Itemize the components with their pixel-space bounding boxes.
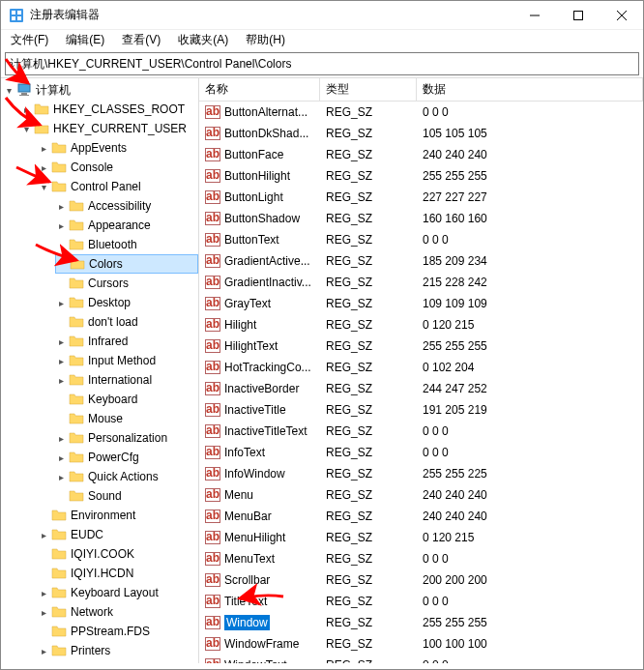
chevron-right-icon[interactable]: ▸ <box>55 335 67 347</box>
col-type[interactable]: 类型 <box>320 78 417 101</box>
tree-item[interactable]: ▸Printers <box>38 641 198 660</box>
tree-item[interactable]: Environment <box>38 506 198 525</box>
value-row[interactable]: abMenuHilightREG_SZ0 120 215 <box>199 527 643 548</box>
value-row[interactable]: abMenuREG_SZ240 240 240 <box>199 484 643 506</box>
chevron-down-icon[interactable]: ▾ <box>20 123 32 134</box>
tree-item[interactable]: Bluetooth <box>55 235 198 254</box>
value-row[interactable]: abButtonShadowREG_SZ160 160 160 <box>199 208 643 229</box>
value-row[interactable]: abButtonTextREG_SZ0 0 0 <box>199 229 643 250</box>
tree-item-label: Cursors <box>88 277 129 290</box>
tree-item[interactable]: ▾HKEY_CURRENT_USER <box>20 119 198 138</box>
chevron-down-icon[interactable]: ▾ <box>3 84 15 96</box>
chevron-right-icon[interactable]: ▸ <box>38 587 49 598</box>
value-data: 240 240 240 <box>417 510 643 523</box>
col-name[interactable]: 名称 <box>199 78 320 101</box>
chevron-down-icon[interactable]: ▾ <box>38 181 49 192</box>
value-list-pane[interactable]: 名称 类型 数据 abButtonAlternat...REG_SZ0 0 0a… <box>199 78 643 663</box>
tree-item[interactable]: ▸International <box>55 370 198 390</box>
tree-item[interactable]: IQIYI.HCDN <box>38 564 198 583</box>
tree-item-label: HKEY_CURRENT_USER <box>53 122 187 135</box>
value-row[interactable]: abScrollbarREG_SZ200 200 200 <box>199 569 643 591</box>
value-row[interactable]: abGradientInactiv...REG_SZ215 228 242 <box>199 272 643 293</box>
tree-pane[interactable]: ▾计算机▸HKEY_CLASSES_ROOT▾HKEY_CURRENT_USER… <box>1 78 199 663</box>
tree-root[interactable]: ▾计算机 <box>3 80 198 100</box>
tree-item[interactable]: ▾Control Panel <box>38 177 198 196</box>
maximize-button[interactable] <box>556 1 600 30</box>
chevron-right-icon[interactable]: ▸ <box>38 645 49 656</box>
value-row[interactable]: abButtonLightREG_SZ227 227 227 <box>199 187 643 208</box>
value-row[interactable]: abHotTrackingCo...REG_SZ0 102 204 <box>199 357 643 378</box>
value-row[interactable]: abInfoWindowREG_SZ255 255 225 <box>199 463 643 484</box>
menu-edit[interactable]: 编辑(E) <box>62 30 108 50</box>
value-row[interactable]: abWindowTextREG_SZ0 0 0 <box>199 655 643 663</box>
value-row[interactable]: abInactiveBorderREG_SZ244 247 252 <box>199 378 643 399</box>
chevron-right-icon[interactable]: ▸ <box>55 452 67 463</box>
address-bar[interactable]: 计算机\HKEY_CURRENT_USER\Control Panel\Colo… <box>5 52 639 75</box>
chevron-right-icon[interactable]: ▸ <box>38 161 49 173</box>
value-row[interactable]: abButtonAlternat...REG_SZ0 0 0 <box>199 102 643 123</box>
value-row[interactable]: abInactiveTitleREG_SZ191 205 219 <box>199 399 643 421</box>
tree-item[interactable]: Colors <box>55 254 198 274</box>
chevron-right-icon[interactable]: ▸ <box>55 200 67 212</box>
tree-item[interactable]: ▸HKEY_CLASSES_ROOT <box>20 100 198 119</box>
tree-item[interactable]: ▸Accessibility <box>55 196 198 216</box>
tree-item[interactable]: ▸Console <box>38 158 198 177</box>
tree-item[interactable]: IQIYI.COOK <box>38 544 198 564</box>
tree-item[interactable]: ▸EUDC <box>38 525 198 544</box>
tree-item[interactable]: ▸Quick Actions <box>55 467 198 486</box>
chevron-right-icon[interactable]: ▸ <box>38 606 49 618</box>
svg-text:ab: ab <box>206 637 220 650</box>
menu-help[interactable]: 帮助(H) <box>242 30 289 50</box>
tree-item[interactable]: ▸Personalization <box>55 428 198 448</box>
menu-favorites[interactable]: 收藏夹(A) <box>174 30 232 50</box>
value-row[interactable]: abInfoTextREG_SZ0 0 0 <box>199 442 643 463</box>
chevron-right-icon[interactable]: ▸ <box>38 142 49 154</box>
tree-item[interactable]: Keyboard <box>55 390 198 409</box>
value-row[interactable]: abGradientActive...REG_SZ185 209 234 <box>199 250 643 272</box>
tree-item[interactable]: ▸Input Method <box>55 351 198 370</box>
chevron-right-icon[interactable]: ▸ <box>55 219 67 231</box>
value-type: REG_SZ <box>320 552 417 566</box>
tree-item[interactable]: Cursors <box>55 274 198 293</box>
chevron-right-icon[interactable]: ▸ <box>20 103 32 115</box>
tree-item[interactable]: ▸Desktop <box>55 293 198 312</box>
tree-item[interactable]: ▸Network <box>38 602 198 622</box>
minimize-button[interactable] <box>512 1 556 30</box>
tree-item[interactable]: Mouse <box>55 409 198 428</box>
value-data: 240 240 240 <box>417 488 643 502</box>
string-value-icon: ab <box>205 212 220 225</box>
tree-item[interactable]: ▸AppEvents <box>38 138 198 158</box>
chevron-right-icon[interactable]: ▸ <box>55 355 67 366</box>
menu-file[interactable]: 文件(F) <box>7 30 52 50</box>
value-row[interactable]: abTitleTextREG_SZ0 0 0 <box>199 591 643 612</box>
tree-item[interactable]: don't load <box>55 312 198 332</box>
value-row[interactable]: abWindowREG_SZ255 255 255 <box>199 612 643 633</box>
value-row[interactable]: abHilightTextREG_SZ255 255 255 <box>199 335 643 357</box>
tree-item[interactable]: ▸Infrared <box>55 332 198 351</box>
chevron-right-icon[interactable]: ▸ <box>55 471 67 482</box>
value-name: WindowFrame <box>224 637 299 651</box>
tree-item[interactable]: ▸Keyboard Layout <box>38 583 198 602</box>
chevron-right-icon[interactable]: ▸ <box>55 374 67 386</box>
tree-item[interactable]: PPStream.FDS <box>38 622 198 641</box>
chevron-right-icon[interactable]: ▸ <box>55 297 67 308</box>
value-row[interactable]: abInactiveTitleTextREG_SZ0 0 0 <box>199 421 643 442</box>
chevron-right-icon[interactable]: ▸ <box>38 529 49 540</box>
value-row[interactable]: abMenuBarREG_SZ240 240 240 <box>199 506 643 527</box>
menu-view[interactable]: 查看(V) <box>118 30 164 50</box>
value-row[interactable]: abButtonHilightREG_SZ255 255 255 <box>199 165 643 187</box>
value-row[interactable]: abMenuTextREG_SZ0 0 0 <box>199 548 643 569</box>
value-row[interactable]: abButtonDkShad...REG_SZ105 105 105 <box>199 123 643 144</box>
value-row[interactable]: abHilightREG_SZ0 120 215 <box>199 314 643 335</box>
chevron-right-icon[interactable]: ▸ <box>55 432 67 444</box>
tree-item[interactable]: ▸PowerCfg <box>55 448 198 467</box>
folder-icon <box>51 585 67 600</box>
close-button[interactable] <box>600 1 643 30</box>
value-row[interactable]: abGrayTextREG_SZ109 109 109 <box>199 293 643 314</box>
col-data[interactable]: 数据 <box>417 78 643 101</box>
string-value-icon: ab <box>205 339 220 353</box>
value-row[interactable]: abWindowFrameREG_SZ100 100 100 <box>199 633 643 655</box>
tree-item[interactable]: Sound <box>55 486 198 506</box>
value-row[interactable]: abButtonFaceREG_SZ240 240 240 <box>199 144 643 165</box>
tree-item[interactable]: ▸Appearance <box>55 216 198 235</box>
